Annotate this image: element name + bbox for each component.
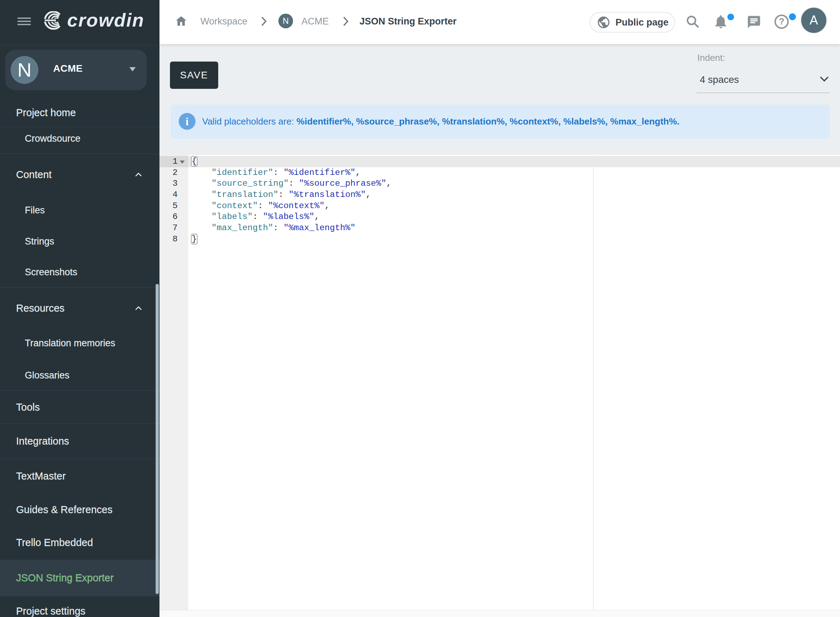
svg-text:?: ? [779, 16, 784, 26]
svg-text:crowdin: crowdin [67, 11, 144, 30]
